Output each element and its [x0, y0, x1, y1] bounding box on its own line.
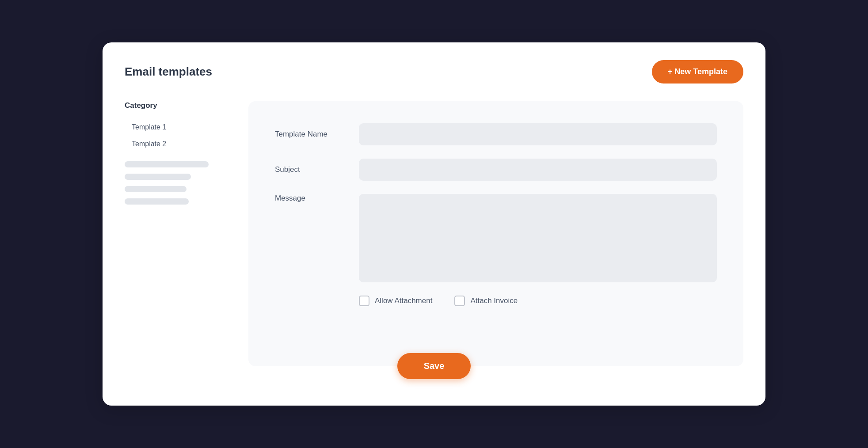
allow-attachment-group[interactable]: Allow Attachment — [359, 296, 432, 306]
page-title: Email templates — [125, 65, 212, 79]
sidebar-item-template2[interactable]: Template 2 — [125, 136, 235, 152]
sidebar-skeleton — [125, 161, 235, 205]
allow-attachment-checkbox[interactable] — [359, 296, 369, 306]
main-content: Category Template 1 Template 2 Template … — [125, 101, 743, 366]
skeleton-bar-1 — [125, 161, 209, 167]
skeleton-bar-3 — [125, 186, 187, 192]
template-name-input[interactable] — [359, 123, 717, 145]
category-label: Category — [125, 101, 235, 110]
attach-invoice-group[interactable]: Attach Invoice — [454, 296, 518, 306]
template-name-row: Template Name — [275, 123, 717, 145]
attach-invoice-label: Attach Invoice — [470, 296, 518, 305]
message-row: Message — [275, 194, 717, 282]
allow-attachment-label: Allow Attachment — [375, 296, 432, 305]
message-textarea[interactable] — [359, 194, 717, 282]
checkbox-row: Allow Attachment Attach Invoice — [359, 296, 717, 306]
message-label: Message — [275, 194, 346, 203]
attach-invoice-checkbox[interactable] — [454, 296, 465, 306]
subject-input[interactable] — [359, 159, 717, 181]
new-template-button[interactable]: + New Template — [652, 60, 743, 84]
save-button[interactable]: Save — [397, 353, 471, 379]
email-templates-card: Email templates + New Template Category … — [103, 42, 765, 406]
form-panel: Template Name Subject Message Allow Atta… — [248, 101, 743, 366]
skeleton-bar-2 — [125, 174, 191, 180]
header-row: Email templates + New Template — [125, 60, 743, 84]
save-btn-container: Save — [125, 353, 743, 379]
sidebar-item-template1[interactable]: Template 1 — [125, 119, 235, 136]
skeleton-bar-4 — [125, 198, 189, 205]
template-name-label: Template Name — [275, 130, 346, 139]
subject-row: Subject — [275, 159, 717, 181]
subject-label: Subject — [275, 165, 346, 174]
sidebar: Category Template 1 Template 2 — [125, 101, 248, 205]
